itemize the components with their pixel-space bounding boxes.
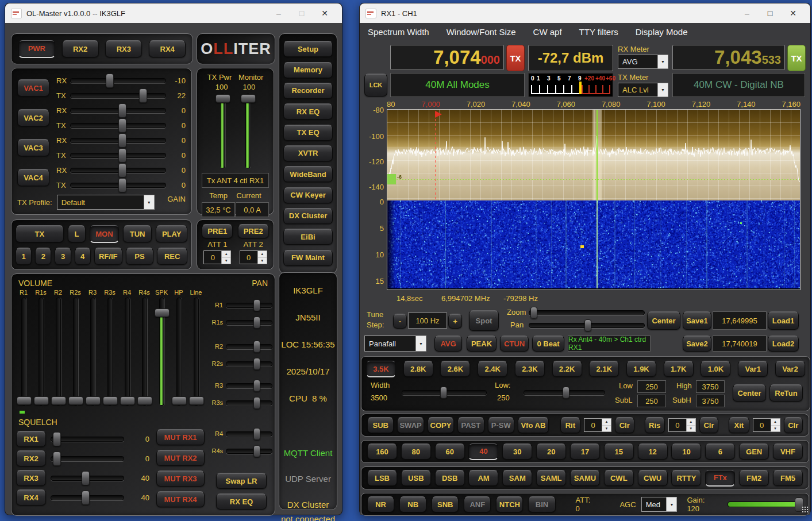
maximize-icon[interactable]: □ — [759, 5, 782, 22]
filter-2.2k-button[interactable]: 2.2K — [552, 361, 582, 377]
pan-slider-r4s[interactable] — [226, 449, 272, 454]
tune-step-minus-button[interactable]: - — [393, 314, 407, 329]
att1-spinner[interactable]: 0 ▲▼ — [203, 250, 231, 264]
band-vhf-button[interactable]: VHF — [773, 443, 803, 460]
vac4-rx-slider-handle[interactable] — [118, 163, 126, 177]
vac1-button[interactable]: VAC1 — [17, 79, 49, 97]
mut-rx3-button[interactable]: MUT RX3 — [156, 470, 205, 487]
maximize-icon[interactable]: □ — [290, 5, 313, 22]
att2-spinner[interactable]: 0 ▲▼ — [240, 250, 267, 264]
menu-tty-filters[interactable]: TTY filters — [579, 27, 618, 37]
pan-slider-r4[interactable] — [226, 431, 272, 437]
pre2-button[interactable]: PRE2 — [238, 224, 269, 238]
spin-down-icon[interactable]: ▼ — [687, 426, 695, 432]
play-button[interactable]: PLAY — [156, 225, 187, 242]
filter-1.9k-button[interactable]: 1.9K — [626, 361, 656, 377]
squelch-rx4-slider[interactable] — [51, 495, 124, 500]
mode-saml-button[interactable]: SAML — [536, 470, 566, 486]
vfo-a-tx-button[interactable]: TX — [506, 45, 525, 71]
subl-field[interactable]: 250 — [637, 395, 666, 407]
vac2-rx-slider[interactable] — [70, 108, 166, 113]
swap-button[interactable]: SWAP — [397, 417, 424, 433]
volume-slider-r3[interactable] — [90, 298, 95, 406]
volume-slider-r3s[interactable] — [107, 298, 113, 406]
mode-dsb-button[interactable]: DSB — [435, 470, 465, 486]
menu-display-mode[interactable]: Display Mode — [636, 27, 688, 37]
mon-button[interactable]: MON — [90, 225, 119, 243]
band-160-button[interactable]: 160 — [367, 443, 397, 460]
mode-samu-button[interactable]: SAMU — [570, 470, 600, 486]
dropdown-arrow-icon[interactable]: ▼ — [666, 497, 676, 511]
filter-center-button[interactable]: Center — [733, 384, 766, 402]
tx-meter-select[interactable]: ALC Lvl ▼ — [618, 83, 668, 97]
vac1-rx-slider[interactable] — [70, 78, 166, 83]
filter-var1-button[interactable]: Var1 — [738, 361, 768, 377]
zoom-slider[interactable] — [529, 310, 645, 315]
p-sw-button[interactable]: P-SW — [488, 417, 514, 433]
band-12-button[interactable]: 12 — [638, 443, 668, 460]
tun-button[interactable]: TUN — [123, 225, 152, 242]
xit-button[interactable]: Xit — [729, 417, 749, 433]
vfo-a-display[interactable]: 7,074 000 — [390, 45, 504, 70]
pre1-button[interactable]: PRE1 — [202, 224, 233, 238]
mode-cwu-button[interactable]: CWU — [638, 470, 668, 486]
display-mode-select[interactable]: Panafall ▼ — [364, 335, 426, 352]
vac1-tx-slider-handle[interactable] — [139, 88, 147, 103]
mode-am-button[interactable]: AM — [468, 470, 498, 486]
xit-spinner[interactable]: 0 ▲▼ — [753, 418, 780, 432]
rx4-select-button[interactable]: 4 — [75, 248, 91, 265]
dropdown-arrow-icon[interactable]: ▼ — [657, 55, 668, 68]
eibi-button[interactable]: EiBi — [283, 229, 333, 245]
mut-rx4-button[interactable]: MUT RX4 — [156, 491, 205, 507]
low-slider[interactable] — [524, 390, 605, 395]
filter-3.5k-button[interactable]: 3.5K — [366, 361, 396, 377]
dx-cluster-button[interactable]: DX Cluster — [283, 208, 333, 224]
vac1-rx-slider-handle[interactable] — [106, 74, 114, 88]
volume-slider-r2s[interactable] — [73, 298, 78, 406]
xit-clr-button[interactable]: Clr — [784, 417, 803, 433]
mut-rx1-button[interactable]: MUT RX1 — [156, 429, 205, 445]
volume-slider-r4s[interactable] — [142, 298, 147, 406]
vac3-tx-slider[interactable] — [70, 153, 166, 158]
rx2-select-button[interactable]: 2 — [35, 248, 51, 265]
waterfall-display[interactable] — [387, 200, 800, 288]
rf-if-button[interactable]: RF/IF — [94, 248, 122, 265]
volume-slider-r1s[interactable] — [39, 298, 44, 406]
filter-2.3k-button[interactable]: 2.3K — [515, 361, 545, 377]
width-slider[interactable] — [402, 390, 487, 395]
vac3-rx-slider-handle[interactable] — [118, 133, 126, 148]
xvtr-button[interactable]: XVTR — [283, 145, 333, 161]
avg-button[interactable]: AVG — [434, 335, 462, 352]
vac3-tx-slider-handle[interactable] — [118, 148, 126, 163]
close-icon[interactable]: ✕ — [782, 5, 805, 22]
vac2-tx-slider-handle[interactable] — [118, 118, 126, 133]
copy-button[interactable]: COPY — [428, 417, 454, 433]
menu-window-font-size[interactable]: Window/Font Size — [447, 27, 516, 37]
retun-button[interactable]: ReTun — [769, 384, 803, 402]
rx-meter-select[interactable]: AVG ▼ — [618, 55, 668, 69]
spot-button[interactable]: Spot — [469, 310, 499, 331]
band-17-button[interactable]: 17 — [570, 443, 600, 460]
spin-down-icon[interactable]: ▼ — [602, 426, 611, 432]
dropdown-arrow-icon[interactable]: ▼ — [415, 336, 426, 351]
mode-sam-button[interactable]: SAM — [502, 470, 532, 486]
vac4-tx-slider[interactable] — [70, 183, 166, 188]
squelch-rx1-slider[interactable] — [51, 437, 124, 442]
center-button[interactable]: Center — [647, 311, 680, 330]
filter-1.7k-button[interactable]: 1.7K — [664, 361, 694, 377]
tx-pwr-slider-handle[interactable] — [215, 94, 230, 103]
rit-clr-button[interactable]: Clr — [615, 417, 634, 433]
spin-down-icon[interactable]: ▼ — [222, 258, 230, 264]
ps-button[interactable]: PS — [126, 248, 154, 265]
pan-slider-r3s[interactable] — [226, 400, 272, 406]
spin-down-icon[interactable]: ▼ — [258, 258, 267, 264]
bin-button[interactable]: BIN — [528, 496, 555, 512]
tune-step-plus-button[interactable]: + — [448, 314, 462, 329]
tx-profile-select[interactable]: Default ▼ — [57, 195, 155, 210]
spectrum-display[interactable] — [387, 110, 800, 200]
monitor-slider-handle[interactable] — [241, 94, 256, 103]
dropdown-arrow-icon[interactable]: ▼ — [657, 83, 668, 97]
monitor-slider[interactable] — [245, 94, 251, 168]
band-40-button[interactable]: 40 — [468, 443, 498, 460]
vfo-b-tx-button[interactable]: TX — [787, 45, 806, 71]
